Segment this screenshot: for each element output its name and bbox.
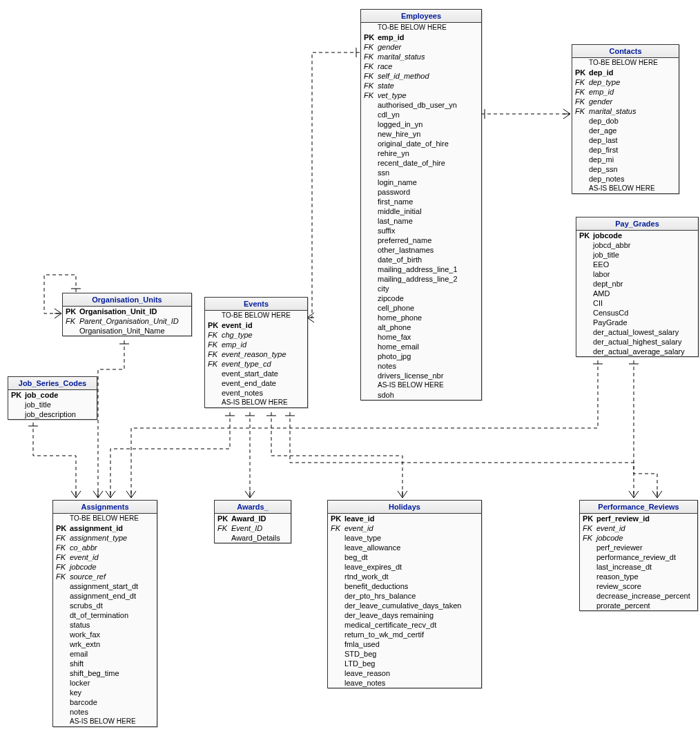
column-key-type [576, 337, 592, 347]
column-name: event_id [343, 523, 481, 533]
column-name: notes [68, 707, 157, 717]
column-name: AMD [592, 289, 698, 298]
column-key-type [53, 581, 68, 591]
column-name: STD_beg [343, 649, 481, 659]
entity-assignments: AssignmentsTO-BE BELOW HEREPKassignment_… [52, 500, 157, 727]
column-key-type [361, 226, 376, 235]
column-key-type [576, 250, 592, 260]
column-key-type: FK [580, 523, 595, 533]
column-name: mailing_address_line_1 [376, 264, 481, 274]
column-name: dt_of_termination [68, 610, 157, 620]
column-name: shift [68, 659, 157, 668]
column-name: perf_reviewer [595, 543, 697, 552]
column-name: LTD_beg [343, 659, 481, 668]
column-key-type [576, 298, 592, 308]
column-key-type [53, 591, 68, 601]
column-name: zipcode [376, 293, 481, 303]
column-name: job_description [23, 409, 97, 419]
column-name: last_increase_dt [595, 562, 697, 572]
column-key-type [580, 552, 595, 562]
column-key-type: PK [576, 231, 592, 240]
column-name: jobcode [592, 231, 698, 240]
column-name: event_end_date [220, 378, 307, 388]
column-key-type [53, 630, 68, 639]
column-name: cell_phone [376, 303, 481, 313]
column-name: dep_id [587, 68, 679, 77]
column-key-type [361, 293, 376, 303]
column-key-type [361, 380, 376, 390]
column-key-type [53, 601, 68, 610]
column-key-type [53, 639, 68, 649]
column-key-type: FK [53, 552, 68, 562]
column-key-type [328, 678, 343, 688]
column-key-type [205, 378, 220, 388]
column-name: return_to_wk_md_certif [343, 630, 481, 639]
column-name: shift_beg_time [68, 668, 157, 678]
column-key-type [361, 139, 376, 148]
column-key-type: FK [361, 52, 376, 61]
column-key-type [328, 533, 343, 543]
column-key-type [580, 591, 595, 601]
column-key-type: FK [580, 533, 595, 543]
column-key-type [361, 187, 376, 197]
column-key-type: FK [53, 533, 68, 543]
entity-pay-grades: Pay_GradesPKjobcodejobcd_abbrjob_titleEE… [576, 217, 699, 357]
entity-title: Contacts [572, 45, 679, 58]
column-name: home_email [376, 342, 481, 351]
column-key-type [328, 591, 343, 601]
entity-title: Assignments [53, 501, 157, 514]
column-name: mailing_address_line_2 [376, 274, 481, 284]
entity-columns: TO-BE BELOW HEREPKevent_idFKchg_typeFKem… [205, 311, 307, 407]
column-key-type [361, 313, 376, 322]
column-key-type [328, 562, 343, 572]
column-key-type [53, 678, 68, 688]
column-name: event_reason_type [220, 349, 307, 359]
column-name: password [376, 187, 481, 197]
column-key-type [53, 688, 68, 697]
column-key-type: FK [205, 349, 220, 359]
column-name: job_title [592, 250, 698, 260]
column-name: event_start_date [220, 369, 307, 378]
column-name: marital_status [376, 52, 481, 61]
column-key-type [361, 110, 376, 119]
column-key-type [580, 572, 595, 581]
column-name: race [376, 61, 481, 71]
column-name: wrk_extn [68, 639, 157, 649]
column-key-type: PK [328, 514, 343, 523]
column-key-type [53, 697, 68, 707]
column-name: photo_jpg [376, 351, 481, 361]
column-key-type [361, 206, 376, 216]
column-name: dep_mi [587, 155, 679, 164]
column-key-type [328, 552, 343, 562]
entity-title: Awards_ [215, 501, 291, 514]
column-name: der_actual_highest_salary [592, 337, 698, 347]
column-key-type: PK [205, 320, 220, 330]
column-name: TO-BE BELOW HERE [376, 23, 481, 32]
column-key-type: PK [8, 390, 23, 400]
entity-columns: PKOrganisation_Unit_IDFKParent_Organisat… [63, 307, 191, 336]
column-key-type [572, 145, 587, 155]
column-name: vet_type [376, 90, 481, 100]
column-name: rehire_yn [376, 148, 481, 158]
column-name: der_leave_days remaining [343, 610, 481, 620]
column-name: der_age [587, 126, 679, 135]
column-name: home_phone [376, 313, 481, 322]
column-key-type: FK [572, 77, 587, 87]
column-name: AS-IS BELOW HERE [376, 380, 481, 390]
column-key-type [361, 342, 376, 351]
column-key-type [361, 284, 376, 293]
column-name: Parent_Organisation_Unit_ID [78, 316, 191, 326]
column-key-type [328, 639, 343, 649]
column-name: cdl_yn [376, 110, 481, 119]
column-key-type [576, 308, 592, 318]
column-name: state [376, 81, 481, 90]
column-key-type [361, 216, 376, 226]
column-key-type [328, 620, 343, 630]
column-name: labor [592, 269, 698, 279]
column-name: Award_ID [230, 514, 291, 523]
column-key-type [580, 581, 595, 591]
column-key-type [328, 649, 343, 659]
column-name: jobcode [68, 562, 157, 572]
column-name: date_of_birth [376, 255, 481, 264]
column-name: jobcode [595, 533, 697, 543]
